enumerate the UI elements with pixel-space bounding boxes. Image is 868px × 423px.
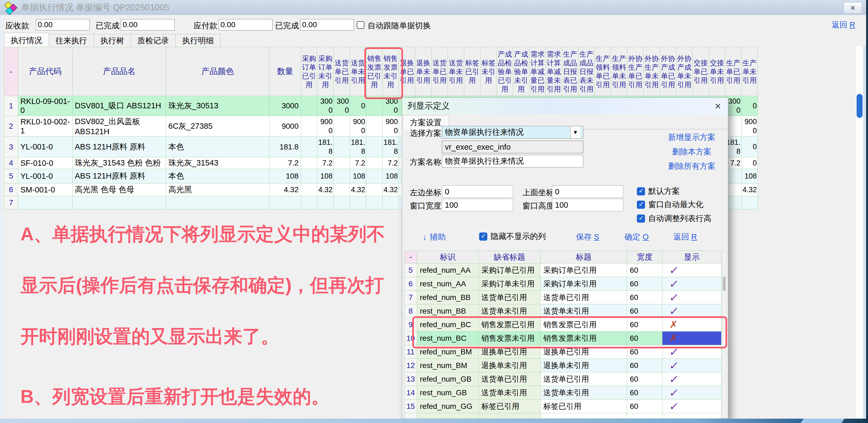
delete-all-schemes-link[interactable]: 删除所有方案	[655, 161, 728, 172]
title-cell[interactable]: 退换单未引用	[540, 359, 627, 372]
scheme-name-input[interactable]	[442, 155, 583, 167]
top-coord-input[interactable]	[552, 186, 623, 198]
row-number-cell[interactable]: 7	[4, 196, 18, 209]
chevron-down-icon[interactable]: ▼	[570, 126, 580, 138]
default-title-cell[interactable]: 退换单未引用	[478, 359, 540, 372]
value-cell[interactable]	[334, 116, 350, 137]
value-cell[interactable]: 7.2	[382, 157, 399, 169]
product-code-cell[interactable]: YL-001-0	[18, 169, 72, 184]
title-cell[interactable]: 送货单未引用	[540, 304, 627, 318]
show-toggle-cell[interactable]: ✓	[662, 372, 721, 386]
value-cell[interactable]	[366, 157, 382, 169]
value-cell[interactable]	[366, 137, 382, 157]
default-title-cell[interactable]: 销售发票已引用	[478, 318, 540, 332]
return-link-top[interactable]: 返回 R	[832, 20, 855, 30]
default-title-cell[interactable]: 送货单已引用	[478, 372, 540, 386]
value-cell[interactable]	[301, 137, 317, 157]
default-title-cell[interactable]: 采购订单已引用	[478, 263, 540, 277]
helper-button[interactable]: ↓ 辅助	[423, 232, 446, 243]
column-id-cell[interactable]: rest_num_BB	[417, 304, 478, 318]
column-id-cell[interactable]: rest_num_BM	[417, 359, 478, 372]
product-color-cell[interactable]: 高光黑	[166, 184, 270, 196]
row-number-cell[interactable]: 12	[405, 359, 417, 372]
value-cell[interactable]: 9000	[350, 116, 366, 137]
value-cell[interactable]: 3000	[334, 96, 350, 116]
title-cell[interactable]: 销售发票未引用	[540, 332, 627, 345]
column-id-cell[interactable]: rest_num_GB	[417, 386, 478, 400]
qty-cell[interactable]: 3000	[270, 96, 301, 116]
value-cell[interactable]	[366, 116, 382, 137]
value-cell[interactable]: 7.2	[350, 157, 366, 169]
value-cell[interactable]: 9000	[382, 116, 399, 137]
title-cell[interactable]: 销售发票已引用	[540, 318, 627, 332]
scheme-select[interactable]: 物资单据执行往来情况 ▼	[442, 126, 583, 139]
value-cell[interactable]: 181.8	[382, 137, 399, 157]
value-cell[interactable]: 9000	[317, 116, 334, 137]
column-id-cell[interactable]: refed_num_GG	[417, 400, 478, 413]
value-cell[interactable]	[350, 196, 366, 209]
ok-button[interactable]: 确定 O	[625, 232, 649, 243]
value-cell[interactable]: 108	[382, 169, 399, 184]
title-cell[interactable]: 送货单未引用	[540, 386, 627, 400]
payable-input[interactable]	[219, 19, 273, 30]
row-number-cell[interactable]: 2	[4, 116, 18, 137]
show-toggle-cell[interactable]: ✓	[662, 359, 721, 372]
receivable-input[interactable]	[36, 19, 90, 30]
row-number-cell[interactable]: 10	[405, 332, 417, 345]
value-cell[interactable]: 181.8	[317, 137, 334, 157]
title-cell[interactable]: 采购订单已引用	[540, 263, 627, 277]
main-vertical-scrollbar[interactable]	[856, 46, 863, 419]
window-width-input[interactable]	[442, 199, 513, 211]
value-cell[interactable]	[334, 157, 350, 169]
product-color-cell[interactable]: 珠光灰_30513	[166, 96, 270, 116]
title-cell[interactable]: 退换单已引用	[540, 345, 627, 359]
column-id-cell[interactable]: refed_num_BM	[417, 345, 478, 359]
width-cell[interactable]: 60	[627, 400, 662, 413]
qty-cell[interactable]: 181.8	[270, 137, 301, 157]
done2-input[interactable]	[300, 19, 354, 30]
product-color-cell[interactable]: 本色	[166, 169, 270, 184]
show-toggle-cell[interactable]: ✗	[662, 318, 721, 332]
default-scheme-checkbox[interactable]	[637, 187, 645, 195]
tab-qc-records[interactable]: 质检记录	[130, 34, 176, 47]
show-toggle-cell[interactable]: ✓	[662, 386, 721, 400]
row-number-cell[interactable]: 6	[405, 277, 417, 291]
row-number-cell[interactable]: 1	[4, 96, 18, 116]
product-name-cell[interactable]: DSV802_出风盖板 ABS121H	[72, 116, 166, 137]
value-cell[interactable]	[334, 196, 350, 209]
column-id-cell[interactable]: refed_num_AA	[417, 263, 478, 277]
value-cell[interactable]: 0	[350, 96, 366, 116]
width-cell[interactable]: 60	[627, 359, 662, 372]
column-id-cell[interactable]: refed_num_GB	[417, 372, 478, 386]
show-toggle-cell[interactable]: ✓	[662, 304, 721, 318]
auto-row-height-checkbox[interactable]	[637, 215, 645, 223]
width-cell[interactable]: 60	[627, 304, 662, 318]
row-number-cell[interactable]: 14	[405, 386, 417, 400]
value-cell[interactable]: 3000	[317, 96, 334, 116]
value-cell[interactable]	[382, 196, 399, 209]
dialog-table-scrollbar[interactable]	[722, 251, 726, 418]
value-cell[interactable]	[366, 96, 382, 116]
show-toggle-cell[interactable]: ✓	[662, 291, 721, 304]
column-id-cell[interactable]: rest_num_AA	[417, 277, 478, 291]
value-cell[interactable]	[366, 184, 382, 196]
width-cell[interactable]: 60	[627, 291, 662, 304]
value-cell[interactable]	[301, 96, 317, 116]
column-id-cell[interactable]: refed_num_BC	[417, 318, 478, 332]
product-name-cell[interactable]	[72, 196, 166, 209]
value-cell[interactable]	[366, 169, 382, 184]
row-number-cell[interactable]: 4	[4, 157, 18, 169]
tab-execution-detail[interactable]: 执行明细	[176, 34, 220, 47]
value-cell[interactable]: 108	[350, 169, 366, 184]
qty-cell[interactable]: 4.32	[270, 184, 301, 196]
left-coord-input[interactable]	[442, 186, 513, 198]
value-cell[interactable]: 4.32	[742, 184, 758, 196]
width-cell[interactable]: 60	[627, 318, 662, 332]
product-code-cell[interactable]	[18, 196, 72, 209]
default-title-cell[interactable]: 送货单未引用	[478, 386, 540, 400]
qty-cell[interactable]: 108	[270, 169, 301, 184]
value-cell[interactable]	[301, 157, 317, 169]
width-cell[interactable]: 60	[627, 277, 662, 291]
product-code-cell[interactable]: SM-001-0	[18, 184, 72, 196]
row-number-cell[interactable]: 13	[405, 372, 417, 386]
